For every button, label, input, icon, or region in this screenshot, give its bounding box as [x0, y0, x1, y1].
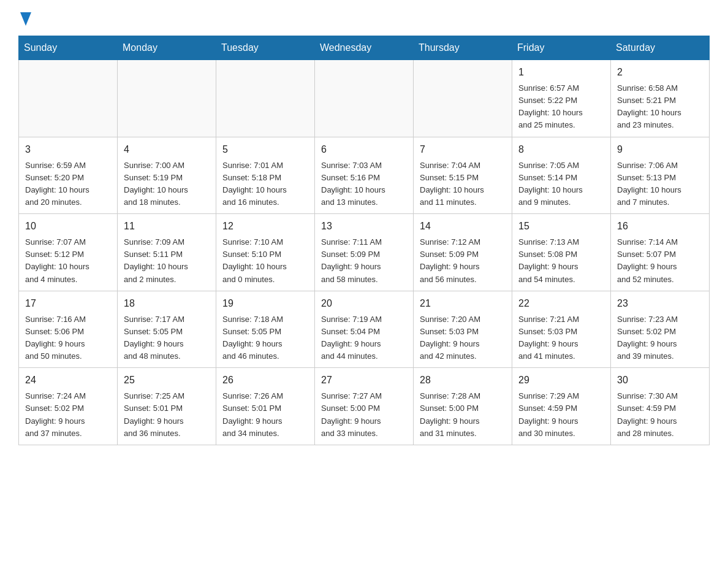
- column-header-sunday: Sunday: [19, 36, 118, 60]
- calendar-cell: 18Sunrise: 7:17 AM Sunset: 5:05 PM Dayli…: [118, 291, 216, 368]
- day-info: Sunrise: 7:26 AM Sunset: 5:01 PM Dayligh…: [222, 390, 308, 440]
- day-number: 24: [25, 373, 111, 388]
- calendar-header-row: SundayMondayTuesdayWednesdayThursdayFrid…: [19, 36, 710, 60]
- calendar-cell: 19Sunrise: 7:18 AM Sunset: 5:05 PM Dayli…: [216, 291, 315, 368]
- day-info: Sunrise: 7:13 AM Sunset: 5:08 PM Dayligh…: [518, 236, 604, 286]
- day-info: Sunrise: 7:23 AM Sunset: 5:02 PM Dayligh…: [617, 313, 703, 363]
- day-info: Sunrise: 6:59 AM Sunset: 5:20 PM Dayligh…: [25, 159, 111, 209]
- calendar-cell: 15Sunrise: 7:13 AM Sunset: 5:08 PM Dayli…: [512, 214, 611, 291]
- day-number: 11: [124, 219, 210, 234]
- day-number: 18: [124, 296, 210, 311]
- calendar-cell: 12Sunrise: 7:10 AM Sunset: 5:10 PM Dayli…: [216, 214, 315, 291]
- column-header-saturday: Saturday: [611, 36, 710, 60]
- day-number: 5: [222, 142, 308, 157]
- day-info: Sunrise: 7:11 AM Sunset: 5:09 PM Dayligh…: [321, 236, 407, 286]
- page-header: [18, 12, 710, 23]
- day-info: Sunrise: 7:04 AM Sunset: 5:15 PM Dayligh…: [420, 159, 506, 209]
- calendar-cell: 25Sunrise: 7:25 AM Sunset: 5:01 PM Dayli…: [118, 368, 216, 445]
- day-number: 12: [222, 219, 308, 234]
- calendar-cell: 14Sunrise: 7:12 AM Sunset: 5:09 PM Dayli…: [414, 214, 512, 291]
- day-info: Sunrise: 7:21 AM Sunset: 5:03 PM Dayligh…: [518, 313, 604, 363]
- calendar-cell: [216, 60, 315, 137]
- calendar-cell: 27Sunrise: 7:27 AM Sunset: 5:00 PM Dayli…: [315, 368, 414, 445]
- column-header-wednesday: Wednesday: [315, 36, 414, 60]
- day-info: Sunrise: 7:29 AM Sunset: 4:59 PM Dayligh…: [518, 390, 604, 440]
- calendar-cell: 23Sunrise: 7:23 AM Sunset: 5:02 PM Dayli…: [611, 291, 710, 368]
- day-number: 8: [518, 142, 604, 157]
- day-info: Sunrise: 7:09 AM Sunset: 5:11 PM Dayligh…: [124, 236, 210, 286]
- day-number: 14: [420, 219, 506, 234]
- day-number: 4: [124, 142, 210, 157]
- calendar-cell: 29Sunrise: 7:29 AM Sunset: 4:59 PM Dayli…: [512, 368, 611, 445]
- day-info: Sunrise: 7:25 AM Sunset: 5:01 PM Dayligh…: [124, 390, 210, 440]
- calendar-week-row: 3Sunrise: 6:59 AM Sunset: 5:20 PM Daylig…: [19, 137, 710, 214]
- day-number: 29: [518, 373, 604, 388]
- day-info: Sunrise: 7:30 AM Sunset: 4:59 PM Dayligh…: [617, 390, 703, 440]
- calendar-cell: 5Sunrise: 7:01 AM Sunset: 5:18 PM Daylig…: [216, 137, 315, 214]
- day-number: 1: [518, 65, 604, 80]
- calendar-cell: 24Sunrise: 7:24 AM Sunset: 5:02 PM Dayli…: [19, 368, 118, 445]
- calendar-cell: 20Sunrise: 7:19 AM Sunset: 5:04 PM Dayli…: [315, 291, 414, 368]
- day-number: 21: [420, 296, 506, 311]
- day-info: Sunrise: 7:16 AM Sunset: 5:06 PM Dayligh…: [25, 313, 111, 363]
- day-number: 23: [617, 296, 703, 311]
- calendar-cell: 21Sunrise: 7:20 AM Sunset: 5:03 PM Dayli…: [414, 291, 512, 368]
- day-info: Sunrise: 7:10 AM Sunset: 5:10 PM Dayligh…: [222, 236, 308, 286]
- calendar-cell: [118, 60, 216, 137]
- calendar-cell: [414, 60, 512, 137]
- calendar-cell: 22Sunrise: 7:21 AM Sunset: 5:03 PM Dayli…: [512, 291, 611, 368]
- day-info: Sunrise: 7:18 AM Sunset: 5:05 PM Dayligh…: [222, 313, 308, 363]
- calendar-cell: 11Sunrise: 7:09 AM Sunset: 5:11 PM Dayli…: [118, 214, 216, 291]
- column-header-friday: Friday: [512, 36, 611, 60]
- calendar-cell: 7Sunrise: 7:04 AM Sunset: 5:15 PM Daylig…: [414, 137, 512, 214]
- day-number: 20: [321, 296, 407, 311]
- day-info: Sunrise: 7:01 AM Sunset: 5:18 PM Dayligh…: [222, 159, 308, 209]
- day-info: Sunrise: 7:27 AM Sunset: 5:00 PM Dayligh…: [321, 390, 407, 440]
- calendar-cell: 26Sunrise: 7:26 AM Sunset: 5:01 PM Dayli…: [216, 368, 315, 445]
- day-info: Sunrise: 7:20 AM Sunset: 5:03 PM Dayligh…: [420, 313, 506, 363]
- day-number: 17: [25, 296, 111, 311]
- calendar-week-row: 24Sunrise: 7:24 AM Sunset: 5:02 PM Dayli…: [19, 368, 710, 445]
- day-number: 3: [25, 142, 111, 157]
- logo-arrow-icon: [20, 12, 31, 26]
- day-info: Sunrise: 7:24 AM Sunset: 5:02 PM Dayligh…: [25, 390, 111, 440]
- calendar-cell: 1Sunrise: 6:57 AM Sunset: 5:22 PM Daylig…: [512, 60, 611, 137]
- day-info: Sunrise: 6:58 AM Sunset: 5:21 PM Dayligh…: [617, 82, 703, 132]
- day-info: Sunrise: 7:17 AM Sunset: 5:05 PM Dayligh…: [124, 313, 210, 363]
- svg-marker-0: [20, 12, 31, 26]
- day-info: Sunrise: 7:05 AM Sunset: 5:14 PM Dayligh…: [518, 159, 604, 209]
- column-header-thursday: Thursday: [414, 36, 512, 60]
- column-header-monday: Monday: [118, 36, 216, 60]
- calendar-cell: 2Sunrise: 6:58 AM Sunset: 5:21 PM Daylig…: [611, 60, 710, 137]
- calendar-cell: [315, 60, 414, 137]
- calendar-cell: 13Sunrise: 7:11 AM Sunset: 5:09 PM Dayli…: [315, 214, 414, 291]
- day-number: 13: [321, 219, 407, 234]
- day-number: 19: [222, 296, 308, 311]
- day-info: Sunrise: 7:00 AM Sunset: 5:19 PM Dayligh…: [124, 159, 210, 209]
- day-info: Sunrise: 6:57 AM Sunset: 5:22 PM Dayligh…: [518, 82, 604, 132]
- column-header-tuesday: Tuesday: [216, 36, 315, 60]
- day-number: 10: [25, 219, 111, 234]
- day-number: 16: [617, 219, 703, 234]
- calendar-cell: 8Sunrise: 7:05 AM Sunset: 5:14 PM Daylig…: [512, 137, 611, 214]
- calendar-week-row: 10Sunrise: 7:07 AM Sunset: 5:12 PM Dayli…: [19, 214, 710, 291]
- day-number: 2: [617, 65, 703, 80]
- day-info: Sunrise: 7:28 AM Sunset: 5:00 PM Dayligh…: [420, 390, 506, 440]
- day-info: Sunrise: 7:03 AM Sunset: 5:16 PM Dayligh…: [321, 159, 407, 209]
- calendar-week-row: 1Sunrise: 6:57 AM Sunset: 5:22 PM Daylig…: [19, 60, 710, 137]
- calendar-cell: 10Sunrise: 7:07 AM Sunset: 5:12 PM Dayli…: [19, 214, 118, 291]
- logo: [18, 12, 31, 23]
- day-info: Sunrise: 7:06 AM Sunset: 5:13 PM Dayligh…: [617, 159, 703, 209]
- day-info: Sunrise: 7:07 AM Sunset: 5:12 PM Dayligh…: [25, 236, 111, 286]
- calendar-cell: 4Sunrise: 7:00 AM Sunset: 5:19 PM Daylig…: [118, 137, 216, 214]
- calendar-cell: 28Sunrise: 7:28 AM Sunset: 5:00 PM Dayli…: [414, 368, 512, 445]
- day-number: 27: [321, 373, 407, 388]
- day-info: Sunrise: 7:14 AM Sunset: 5:07 PM Dayligh…: [617, 236, 703, 286]
- day-number: 6: [321, 142, 407, 157]
- calendar-cell: 17Sunrise: 7:16 AM Sunset: 5:06 PM Dayli…: [19, 291, 118, 368]
- day-number: 9: [617, 142, 703, 157]
- day-number: 25: [124, 373, 210, 388]
- calendar-cell: [19, 60, 118, 137]
- day-number: 22: [518, 296, 604, 311]
- day-number: 30: [617, 373, 703, 388]
